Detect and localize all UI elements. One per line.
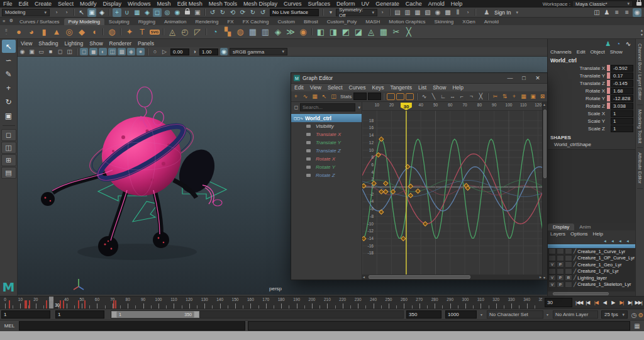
- graph-menu-edit[interactable]: Edit: [291, 84, 307, 91]
- lasso-select-tool[interactable]: ∽: [2, 54, 16, 67]
- channel-box-menu-object[interactable]: Object: [588, 49, 608, 55]
- menu-edit-mesh[interactable]: Edit Mesh: [174, 1, 206, 7]
- workspace-lock-icon[interactable]: [636, 2, 641, 6]
- side-tab-modeling-toolkit[interactable]: Modeling Toolkit: [637, 105, 643, 149]
- sidebar-toggle-1-icon[interactable]: ♟: [602, 8, 611, 17]
- attribute-value-translate-y[interactable]: 0.17: [611, 72, 633, 79]
- range-start-handle[interactable]: [111, 311, 117, 318]
- shelf-tab-fx[interactable]: FX: [223, 18, 238, 25]
- reference-toggle[interactable]: [565, 255, 572, 261]
- graph-tool-5-icon[interactable]: ⊠: [538, 93, 547, 101]
- highlight-selection-icon[interactable]: ▣: [193, 8, 202, 17]
- time-slider[interactable]: 0102030405060708090100110120130140150160…: [0, 296, 644, 309]
- snap-5-icon[interactable]: ◎: [163, 8, 172, 17]
- channel-rotate-x[interactable]: Rotate X: [291, 155, 362, 163]
- graph-menu-keys[interactable]: Keys: [369, 84, 387, 91]
- reference-toggle[interactable]: [565, 268, 572, 275]
- stats-value-field[interactable]: [368, 93, 381, 100]
- layer-row-creature-1-op-curve-lyr[interactable]: ╱Creature_1_OP_Curve_Lyr: [548, 255, 635, 262]
- graph-menu-select[interactable]: Select: [325, 84, 346, 91]
- viewport-13-icon[interactable]: ●: [136, 48, 145, 55]
- channel-rotate-z[interactable]: Rotate Z: [291, 171, 362, 179]
- scale-tool[interactable]: ▣: [2, 109, 16, 122]
- viewport-9-icon[interactable]: ◐: [99, 48, 107, 55]
- stats-frame-field[interactable]: [353, 93, 367, 100]
- viewport-10-icon[interactable]: ◫: [108, 48, 116, 55]
- shelf-icon-18[interactable]: ◔: [209, 26, 221, 38]
- viewport-5-icon[interactable]: ◫: [65, 48, 74, 55]
- anim-start-field[interactable]: 1: [1, 310, 50, 319]
- render-4-icon[interactable]: ◉: [433, 8, 442, 17]
- fps-dropdown[interactable]: 25 fps▾: [601, 310, 628, 319]
- go-to-end-button[interactable]: ▶▶|: [635, 300, 643, 305]
- graph-menu-tangents[interactable]: Tangents: [387, 84, 415, 91]
- graph-menu-show[interactable]: Show: [430, 84, 449, 91]
- reference-toggle[interactable]: [565, 261, 572, 268]
- graph-tool-4-icon[interactable]: ▣: [529, 93, 537, 101]
- panel-menu-panels[interactable]: Panels: [135, 40, 157, 47]
- live-surface-field[interactable]: No Live Surface: [270, 9, 319, 16]
- layer-row-creature-1-geo-lyr[interactable]: VP╱Creature_1_Geo_Lyr: [548, 261, 635, 268]
- normalized-view-icon[interactable]: [406, 93, 414, 100]
- shelf-scroll-down-icon[interactable]: ▾: [641, 32, 643, 37]
- paint-select-tool[interactable]: ✎: [2, 67, 16, 81]
- history-3-icon[interactable]: ⟳: [238, 8, 247, 17]
- shelf-icon-20[interactable]: ◍: [235, 26, 246, 38]
- snap-6-icon[interactable]: ◉: [173, 8, 182, 17]
- shelf-tab-fx-caching[interactable]: FX Caching: [238, 18, 274, 25]
- layer-row-creature-1-skeleton-lyr[interactable]: VP╱Creature_1_Skeleton_Lyr: [548, 281, 635, 288]
- attribute-value-rotate-y[interactable]: -12.828: [611, 95, 633, 102]
- sidebar-toggle-4-icon[interactable]: ◉: [633, 8, 641, 17]
- history-2-icon[interactable]: ⟲: [228, 8, 237, 17]
- graph-vertical-scrollbar[interactable]: ▴ ▾: [542, 102, 547, 280]
- selection-mode-0-icon[interactable]: ↖: [77, 8, 86, 17]
- character-set-icon[interactable]: ♟: [604, 39, 613, 48]
- keyframe-tick-16[interactable]: [29, 300, 30, 309]
- shelf-scroll-up-icon[interactable]: ▴: [641, 28, 643, 32]
- playback-toggle[interactable]: P: [557, 275, 564, 281]
- panel-menu-show[interactable]: Show: [86, 40, 106, 47]
- tangent-0-icon[interactable]: ∿: [420, 93, 428, 101]
- layer-row-creature-1-fk-lyr[interactable]: ╱Creature_1_FK_Lyr: [548, 268, 635, 275]
- keyframe-tick-3[interactable]: [9, 300, 10, 309]
- shelf-icon-1[interactable]: ◕: [26, 26, 37, 38]
- viewport-11-icon[interactable]: ▩: [118, 48, 126, 55]
- sidebar-toggle-0-icon[interactable]: ◫: [592, 8, 601, 17]
- attribute-value-translate-z[interactable]: -0.145: [611, 80, 633, 87]
- shelf-icon-10[interactable]: ✦: [124, 26, 135, 38]
- mel-input[interactable]: [19, 321, 245, 331]
- menu-create[interactable]: Create: [31, 1, 55, 7]
- graph-tool-0-icon[interactable]: ✂: [491, 93, 499, 101]
- selection-mode-2-icon[interactable]: ◈: [97, 8, 106, 17]
- menu-curves[interactable]: Curves: [280, 1, 305, 7]
- collapse-arrow-icon[interactable]: ›: [52, 8, 61, 17]
- shelf-icon-0[interactable]: ●: [13, 26, 25, 38]
- history-0-icon[interactable]: ↺: [208, 8, 217, 17]
- viewport-4-icon[interactable]: ◻: [56, 48, 64, 55]
- shelf-icon-32[interactable]: ▦: [378, 26, 389, 38]
- layer-tab-display[interactable]: Display: [548, 224, 574, 230]
- panel-menu-shading[interactable]: Shading: [35, 40, 61, 47]
- gamma-field[interactable]: 1.00: [199, 48, 218, 55]
- play-backwards-button[interactable]: ◀: [601, 300, 609, 305]
- tangent-6-icon[interactable]: ╳: [477, 93, 485, 101]
- shelf-icon-28[interactable]: ◨: [328, 26, 339, 38]
- shelf-icon-3[interactable]: ▲: [51, 26, 62, 38]
- shelf-icon-14[interactable]: ◬: [167, 26, 178, 38]
- shelf-icon-21[interactable]: ▦: [247, 26, 258, 38]
- render-2-icon[interactable]: ▦: [413, 8, 422, 17]
- anim-curve-icon[interactable]: ∿: [624, 39, 633, 48]
- step-forward-key-button[interactable]: ▶|: [626, 300, 635, 305]
- render-6-icon[interactable]: Ⅱ: [453, 8, 462, 17]
- shelf-icon-22[interactable]: ▥: [260, 26, 271, 38]
- range-slider-track[interactable]: 1 350: [111, 310, 404, 319]
- current-time-marker[interactable]: [49, 297, 53, 309]
- menu-mesh-display[interactable]: Mesh Display: [240, 1, 280, 7]
- shelf-icon-30[interactable]: ◪: [353, 26, 364, 38]
- shelf-tab-animation[interactable]: Animation: [160, 18, 191, 25]
- shelf-tab-xgen[interactable]: XGen: [458, 18, 479, 25]
- side-tab-attribute-editor[interactable]: Attribute Editor: [637, 148, 643, 189]
- shelf-icon-24[interactable]: ≫: [285, 26, 296, 38]
- sidebar-toggle-2-icon[interactable]: ≡: [613, 8, 621, 17]
- menu-windows[interactable]: Windows: [125, 1, 154, 7]
